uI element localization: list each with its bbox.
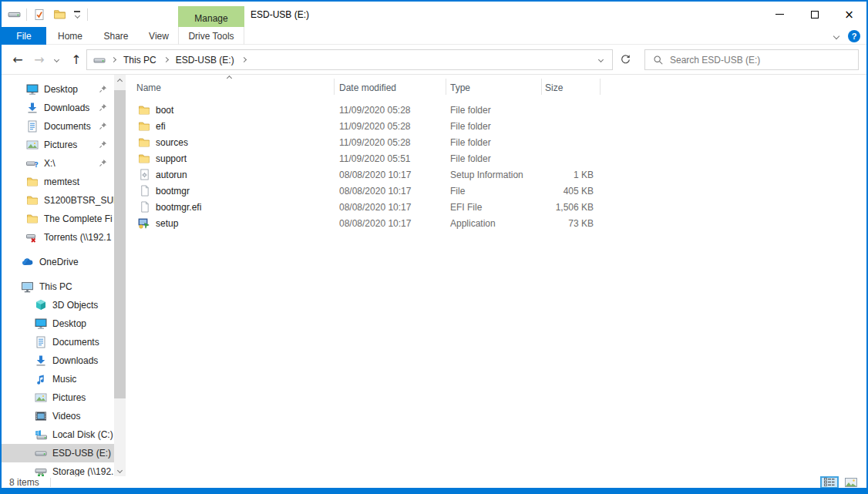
tab-home[interactable]: Home <box>46 27 94 45</box>
sidebar-item-esd-usb[interactable]: ESD-USB (E:) <box>2 444 114 462</box>
column-headers: Name Date modified Type Size <box>127 75 866 98</box>
sidebar-item-label: Local Disk (C:) <box>52 429 113 440</box>
sidebar-item-memtest[interactable]: memtest <box>2 173 114 191</box>
scrollbar-thumb[interactable] <box>114 90 126 398</box>
scroll-up-icon[interactable] <box>114 75 126 87</box>
sidebar-section-gap <box>2 271 114 277</box>
address-dropdown-icon[interactable] <box>599 58 612 62</box>
table-row[interactable]: support 11/09/2020 05:51 File folder <box>127 150 866 166</box>
minimize-button[interactable] <box>762 2 797 27</box>
properties-icon[interactable] <box>32 6 47 23</box>
file-date: 08/08/2020 10:17 <box>339 166 411 183</box>
navigation-toolbar: ← → ↑ This PC ESD-USB (E:) <box>2 45 866 75</box>
network-drive-error-icon <box>25 231 39 244</box>
expand-ribbon-icon[interactable] <box>833 32 839 39</box>
pin-icon <box>99 122 107 130</box>
table-row[interactable]: sources 11/09/2020 05:28 File folder <box>127 134 866 150</box>
breadcrumb-chevron-icon[interactable] <box>110 58 117 62</box>
tab-file[interactable]: File <box>2 27 46 45</box>
location-drive-icon[interactable] <box>93 54 106 66</box>
new-folder-icon[interactable] <box>52 6 67 23</box>
sidebar-item-pc-downloads[interactable]: Downloads <box>2 351 114 370</box>
table-row[interactable]: efi 11/09/2020 05:28 File folder <box>127 118 866 134</box>
tab-share[interactable]: Share <box>94 27 138 45</box>
breadcrumb-chevron-icon[interactable] <box>241 58 247 62</box>
forward-button[interactable]: → <box>29 45 49 75</box>
sidebar-scrollbar[interactable] <box>114 75 126 476</box>
system-menu-drive-icon[interactable] <box>6 6 22 23</box>
folder-icon <box>25 176 39 189</box>
contextual-group-manage[interactable]: Manage <box>178 6 244 27</box>
search-box[interactable] <box>644 49 859 70</box>
sidebar-item-music[interactable]: Music <box>2 370 114 388</box>
table-row[interactable]: boot 11/09/2020 05:28 File folder <box>127 102 866 118</box>
drive-question-icon: ? <box>25 157 39 170</box>
sidebar-item-storage[interactable]: Storage (\\192.1 <box>2 462 114 476</box>
breadcrumb-chevron-icon[interactable] <box>163 58 170 62</box>
help-icon[interactable]: ? <box>848 30 860 42</box>
sidebar-item-s1200btsr[interactable]: S1200BTSR_SUP_ <box>2 191 114 210</box>
table-row[interactable]: autorun 08/08/2020 10:17 Setup Informati… <box>127 166 866 183</box>
sidebar-item-label: Downloads <box>44 102 89 113</box>
scroll-down-icon[interactable] <box>114 464 126 476</box>
sidebar-item-downloads[interactable]: Downloads <box>2 99 114 117</box>
sidebar-item-documents[interactable]: Documents <box>2 117 114 136</box>
network-drive-icon <box>34 465 47 477</box>
column-header-date-modified[interactable]: Date modified <box>339 82 396 93</box>
breadcrumb-this-pc[interactable]: This PC <box>117 50 163 69</box>
setup-information-icon <box>138 169 150 181</box>
thumbnails-view-button[interactable] <box>842 476 860 489</box>
file-size: 73 KB <box>505 215 594 231</box>
thumbnails-view-icon <box>845 478 857 487</box>
sidebar-item-the-complete[interactable]: The Complete Fi <box>2 210 114 228</box>
tab-drive-tools[interactable]: Drive Tools <box>178 27 244 45</box>
sidebar-item-3d-objects[interactable]: 3D Objects <box>2 296 114 314</box>
refresh-button[interactable] <box>614 49 637 70</box>
table-row[interactable]: setup 08/08/2020 10:17 Application 73 KB <box>127 215 866 231</box>
sidebar-item-pictures[interactable]: Pictures <box>2 136 114 154</box>
column-divider[interactable] <box>446 79 446 95</box>
sidebar-item-x-drive[interactable]: ? X:\ <box>2 154 114 173</box>
pin-icon <box>99 85 107 93</box>
sidebar-item-pc-documents[interactable]: Documents <box>2 333 114 351</box>
sidebar-item-desktop[interactable]: Desktop <box>2 80 114 99</box>
sidebar-item-local-disk-c[interactable]: Local Disk (C:) <box>2 425 114 444</box>
folder-icon <box>138 153 150 165</box>
folder-icon <box>138 120 150 133</box>
sidebar-item-onedrive[interactable]: OneDrive <box>2 253 114 271</box>
search-input[interactable] <box>670 50 858 69</box>
downloads-icon <box>34 355 47 368</box>
address-bar[interactable]: This PC ESD-USB (E:) <box>86 49 613 70</box>
file-explorer-window: Manage ESD-USB (E:) × File Home Share Vi… <box>0 0 868 494</box>
customize-quick-access-icon[interactable] <box>72 11 82 18</box>
sidebar-item-label: Pictures <box>44 139 77 150</box>
up-button[interactable]: ↑ <box>66 45 86 75</box>
column-header-name[interactable]: Name <box>136 82 161 93</box>
sidebar-item-torrents[interactable]: Torrents (\\192.1 <box>2 228 114 247</box>
details-view-button[interactable] <box>820 476 839 489</box>
table-row[interactable]: bootmgr.efi 08/08/2020 10:17 EFI File 1,… <box>127 199 866 215</box>
table-row[interactable]: bootmgr 08/08/2020 10:17 File 405 KB <box>127 183 866 199</box>
column-divider[interactable] <box>334 79 335 95</box>
navigation-pane: Desktop Downloads Documents Pictures ? X… <box>2 75 126 476</box>
file-type: File folder <box>450 102 491 118</box>
maximize-button[interactable] <box>797 2 832 27</box>
column-header-type[interactable]: Type <box>450 82 470 93</box>
column-divider[interactable] <box>600 79 601 95</box>
recent-locations-icon[interactable] <box>49 45 63 75</box>
sidebar-item-pc-pictures[interactable]: Pictures <box>2 388 114 407</box>
back-button[interactable]: ← <box>8 45 28 75</box>
generic-file-icon <box>138 185 150 197</box>
column-header-size[interactable]: Size <box>545 82 563 93</box>
breadcrumb-esd-usb[interactable]: ESD-USB (E:) <box>170 50 241 69</box>
minimize-icon <box>775 14 784 15</box>
sidebar-item-pc-desktop[interactable]: Desktop <box>2 314 114 333</box>
sidebar-item-this-pc[interactable]: This PC <box>2 277 114 296</box>
file-type: File <box>450 183 465 199</box>
sidebar-item-videos[interactable]: Videos <box>2 407 114 425</box>
close-button[interactable]: × <box>832 2 866 27</box>
tab-view[interactable]: View <box>138 27 180 45</box>
column-divider[interactable] <box>541 79 542 95</box>
folder-icon <box>25 213 39 226</box>
title-bar: Manage ESD-USB (E:) × <box>2 2 866 27</box>
